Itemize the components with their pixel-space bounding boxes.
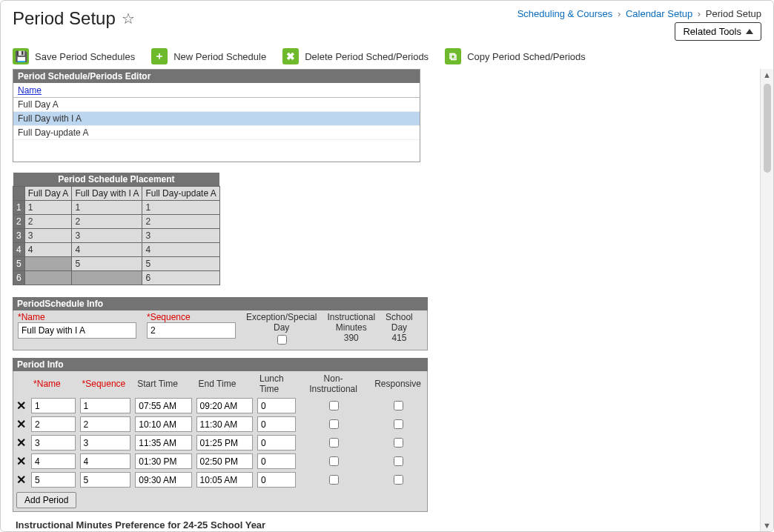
placement-cell[interactable]: [72, 271, 142, 285]
period-noninst-checkbox[interactable]: [329, 438, 339, 448]
period-seq-input[interactable]: [80, 398, 131, 413]
scroll-thumb[interactable]: [764, 84, 771, 173]
placement-cell[interactable]: 4: [72, 243, 142, 257]
period-seq-input[interactable]: [80, 453, 131, 469]
placement-cell[interactable]: 1: [142, 201, 219, 215]
period-end-input[interactable]: [196, 453, 253, 469]
period-responsive-checkbox[interactable]: [394, 438, 403, 448]
placement-cell[interactable]: 4: [24, 243, 72, 257]
toolbar: 💾 Save Period Schedules ＋ New Period Sch…: [1, 44, 773, 69]
period-row: ✕: [13, 452, 427, 471]
period-start-input[interactable]: [135, 453, 191, 469]
delete-row-icon[interactable]: ✕: [13, 396, 29, 415]
period-seq-input[interactable]: [80, 472, 131, 488]
vertical-scrollbar[interactable]: ▲ ▼: [760, 69, 773, 531]
period-name-input[interactable]: [31, 472, 75, 488]
placement-cell[interactable]: 5: [72, 257, 142, 271]
placement-row-header: 5: [13, 257, 25, 271]
period-end-input[interactable]: [196, 416, 253, 432]
period-name-input[interactable]: [31, 398, 75, 413]
th-name: *Name: [29, 371, 77, 396]
period-lunch-input[interactable]: [257, 435, 296, 450]
placement-cell[interactable]: 3: [72, 229, 142, 243]
th-seq: *Sequence: [78, 371, 133, 396]
placement-cell[interactable]: 4: [142, 243, 219, 257]
add-period-button[interactable]: Add Period: [16, 492, 76, 508]
period-responsive-checkbox[interactable]: [394, 475, 403, 485]
delete-row-icon[interactable]: ✕: [13, 471, 29, 489]
new-button[interactable]: ＋ New Period Schedule: [151, 48, 266, 64]
schedule-info-body: *Name *Sequence Exception/Special Day: [13, 310, 428, 350]
schedule-name-input[interactable]: [18, 322, 136, 339]
schedule-sequence-input[interactable]: [147, 322, 236, 339]
page-header: Period Setup ☆ Scheduling & Courses › Ca…: [1, 1, 773, 44]
period-noninst-checkbox[interactable]: [329, 475, 339, 485]
save-button[interactable]: 💾 Save Period Schedules: [13, 48, 135, 64]
period-name-input[interactable]: [31, 416, 75, 432]
placement-cell[interactable]: 1: [24, 201, 72, 215]
editor-row[interactable]: Full Day A: [13, 98, 420, 112]
placement-cell[interactable]: [24, 257, 72, 271]
placement-cell[interactable]: 5: [142, 257, 219, 271]
period-lunch-input[interactable]: [257, 472, 296, 488]
placement-row-header: 6: [13, 271, 25, 285]
placement-cell[interactable]: [24, 271, 72, 285]
delete-row-icon[interactable]: ✕: [13, 433, 29, 452]
period-responsive-checkbox[interactable]: [394, 456, 403, 466]
breadcrumb-link-0[interactable]: Scheduling & Courses: [517, 8, 613, 19]
copy-button[interactable]: ⧉ Copy Period Sched/Periods: [445, 48, 586, 64]
related-tools-button[interactable]: Related Tools: [675, 22, 761, 41]
placement-cell[interactable]: 2: [142, 215, 219, 229]
th-end: End Time: [194, 371, 255, 396]
favorite-star-icon[interactable]: ☆: [122, 10, 135, 27]
placement-row-header: 2: [13, 215, 25, 229]
placement-row-header: 1: [13, 201, 25, 215]
editor-row[interactable]: Full Day with I A: [13, 112, 420, 126]
placement-cell[interactable]: 2: [24, 215, 72, 229]
period-lunch-input[interactable]: [257, 416, 296, 432]
scroll-up-icon[interactable]: ▲: [763, 69, 771, 81]
period-noninst-checkbox[interactable]: [329, 419, 339, 429]
save-icon: 💾: [13, 48, 29, 64]
period-row: ✕: [13, 396, 427, 415]
exception-checkbox[interactable]: [277, 335, 287, 345]
delete-row-icon[interactable]: ✕: [13, 415, 29, 433]
placement-cell[interactable]: 3: [142, 229, 219, 243]
editor-name-header[interactable]: Name: [18, 85, 42, 96]
period-seq-input[interactable]: [80, 416, 131, 432]
period-lunch-input[interactable]: [257, 453, 296, 469]
breadcrumb-link-1[interactable]: Calendar Setup: [626, 8, 692, 19]
editor-body: Full Day AFull Day with I AFull Day-upda…: [13, 98, 420, 162]
copy-icon: ⧉: [445, 48, 461, 64]
period-name-input[interactable]: [31, 453, 75, 469]
period-noninst-checkbox[interactable]: [329, 456, 339, 466]
period-schedule-editor: Period Schedule/Periods Editor Name Full…: [13, 69, 420, 162]
placement-cell[interactable]: 6: [142, 271, 219, 285]
period-start-input[interactable]: [135, 472, 191, 488]
th-noninst: Non-Instructional: [298, 371, 368, 396]
content: Period Schedule/Periods Editor Name Full…: [1, 69, 760, 531]
delete-row-icon[interactable]: ✕: [13, 452, 29, 471]
placement-cell[interactable]: 2: [72, 215, 142, 229]
period-responsive-checkbox[interactable]: [394, 419, 403, 429]
scroll-down-icon[interactable]: ▼: [763, 519, 771, 531]
period-start-input[interactable]: [135, 398, 191, 413]
chevron-right-icon: ›: [618, 8, 621, 19]
sequence-label: *Sequence: [147, 312, 236, 322]
delete-button[interactable]: ✖ Delete Period Sched/Periods: [282, 48, 429, 64]
period-lunch-input[interactable]: [257, 398, 296, 413]
period-seq-input[interactable]: [80, 435, 131, 450]
period-noninst-checkbox[interactable]: [329, 401, 339, 410]
period-end-input[interactable]: [196, 472, 253, 488]
instructional-label: Instructional Minutes: [327, 312, 375, 333]
period-end-input[interactable]: [196, 398, 253, 413]
period-start-input[interactable]: [135, 416, 191, 432]
placement-corner: [13, 187, 25, 201]
period-end-input[interactable]: [196, 435, 253, 450]
period-start-input[interactable]: [135, 435, 191, 450]
placement-cell[interactable]: 1: [72, 201, 142, 215]
period-responsive-checkbox[interactable]: [394, 401, 403, 410]
editor-row[interactable]: Full Day-update A: [13, 126, 420, 140]
period-name-input[interactable]: [31, 435, 75, 450]
placement-cell[interactable]: 3: [24, 229, 72, 243]
